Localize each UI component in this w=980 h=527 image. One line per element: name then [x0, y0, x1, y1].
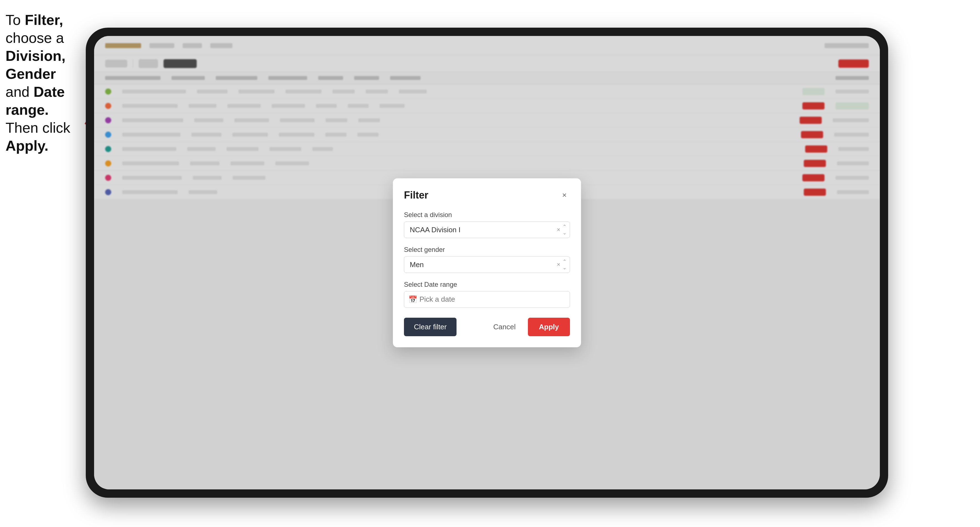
apply-button[interactable]: Apply [528, 318, 570, 336]
modal-footer: Clear filter Cancel Apply [404, 318, 570, 336]
instruction-line1: To Filter, choose a [6, 12, 64, 46]
tablet-frame: Filter × Select a division NCAA Division… [86, 28, 888, 498]
date-label: Select Date range [404, 281, 570, 288]
modal-backdrop: Filter × Select a division NCAA Division… [94, 36, 880, 489]
gender-label: Select gender [404, 246, 570, 254]
date-form-group: Select Date range 📅 [404, 281, 570, 308]
division-select-controls: × ⌃⌄ [557, 224, 566, 236]
date-input[interactable] [404, 291, 570, 308]
division-clear-button[interactable]: × [557, 226, 560, 233]
filter-modal: Filter × Select a division NCAA Division… [393, 178, 581, 347]
instruction-text: To Filter, choose a Division, Gender and… [6, 11, 91, 155]
division-select-wrapper: NCAA Division I NCAA Division II NCAA Di… [404, 221, 570, 238]
instruction-line3: and Date range. [6, 84, 65, 118]
division-label: Select a division [404, 211, 570, 219]
clear-filter-button[interactable]: Clear filter [404, 318, 457, 336]
footer-right-actions: Cancel Apply [487, 318, 570, 336]
division-arrow-icon: ⌃⌄ [563, 224, 566, 236]
division-form-group: Select a division NCAA Division I NCAA D… [404, 211, 570, 238]
division-select[interactable]: NCAA Division I NCAA Division II NCAA Di… [404, 221, 570, 238]
gender-clear-button[interactable]: × [557, 261, 560, 268]
apply-bold: Apply. [6, 138, 48, 154]
modal-title: Filter [404, 189, 428, 201]
gender-arrow-icon: ⌃⌄ [563, 259, 566, 271]
instruction-line4: Then click Apply. [6, 120, 70, 154]
cancel-button[interactable]: Cancel [487, 318, 522, 336]
close-modal-button[interactable]: × [559, 190, 570, 201]
gender-select[interactable]: Men Women [404, 256, 570, 273]
tablet-screen: Filter × Select a division NCAA Division… [94, 36, 880, 489]
gender-select-wrapper: Men Women × ⌃⌄ [404, 256, 570, 273]
date-range-bold: Date range. [6, 84, 65, 118]
date-input-wrapper: 📅 [404, 291, 570, 308]
gender-form-group: Select gender Men Women × ⌃⌄ [404, 246, 570, 273]
modal-header: Filter × [404, 189, 570, 201]
filter-bold: Filter, [25, 12, 63, 28]
gender-select-controls: × ⌃⌄ [557, 259, 566, 271]
instruction-bold-division: Division, Gender [6, 48, 65, 82]
